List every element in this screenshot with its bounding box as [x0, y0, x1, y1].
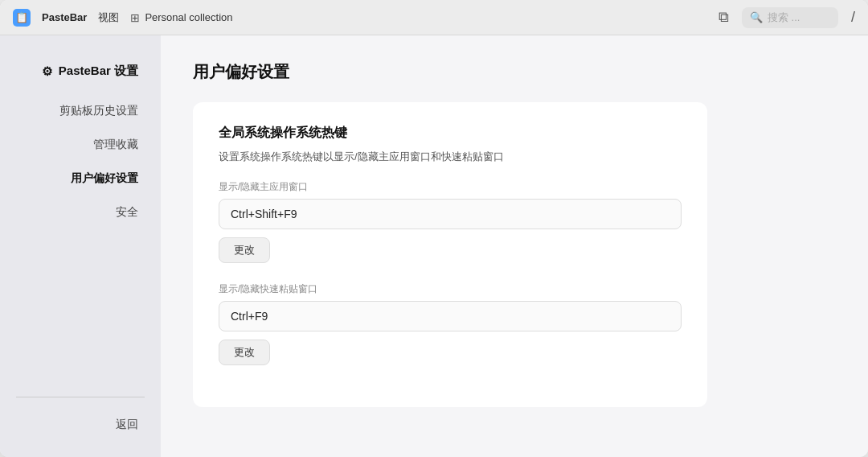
app-logo-icon: 📋 [13, 9, 31, 27]
hotkey1-input[interactable] [219, 199, 682, 229]
content-area: 用户偏好设置 全局系统操作系统热键 设置系统操作系统热键以显示/隐藏主应用窗口和… [161, 35, 868, 457]
settings-card: 全局系统操作系统热键 设置系统操作系统热键以显示/隐藏主应用窗口和快速粘贴窗口 … [193, 102, 707, 407]
gear-icon: ⚙ [42, 64, 52, 79]
sidebar-item-manage-collection-label: 管理收藏 [93, 138, 138, 152]
search-placeholder-text: 搜索 ... [768, 10, 800, 25]
sidebar-item-clipboard-history-label: 剪贴板历史设置 [59, 104, 138, 118]
sidebar: ⚙ PasteBar 设置 剪贴板历史设置 管理收藏 用户偏好设置 安全 返回 [0, 35, 161, 457]
sidebar-title-label: PasteBar 设置 [59, 64, 138, 79]
collection-icon: ⊞ [130, 11, 140, 24]
sidebar-item-security-label: 安全 [116, 205, 138, 220]
sidebar-item-clipboard-history[interactable]: 剪贴板历史设置 [6, 96, 154, 126]
titlebar-right: ⧉ 🔍 搜索 ... / [719, 7, 855, 28]
search-box[interactable]: 🔍 搜索 ... [742, 7, 838, 28]
sidebar-item-security[interactable]: 安全 [6, 197, 154, 228]
card-section-title: 全局系统操作系统热键 [219, 125, 682, 142]
sidebar-title[interactable]: ⚙ PasteBar 设置 [6, 56, 154, 87]
titlebar: 📋 PasteBar 视图 ⊞ Personal collection ⧉ 🔍 … [0, 0, 868, 35]
more-icon[interactable]: / [851, 9, 855, 26]
page-title: 用户偏好设置 [193, 61, 836, 83]
hotkey1-label: 显示/隐藏主应用窗口 [219, 180, 682, 194]
hotkey-group-2: 显示/隐藏快速粘贴窗口 更改 [219, 282, 682, 365]
collection-nav[interactable]: ⊞ Personal collection [130, 11, 232, 24]
sidebar-divider [16, 397, 145, 397]
hotkey1-change-button[interactable]: 更改 [219, 237, 270, 263]
app-window: 📋 PasteBar 视图 ⊞ Personal collection ⧉ 🔍 … [0, 0, 868, 457]
view-menu[interactable]: 视图 [98, 10, 119, 25]
clipboard-toggle-icon[interactable]: ⧉ [719, 9, 729, 26]
sidebar-back-button[interactable]: 返回 [6, 410, 154, 440]
hotkey2-label: 显示/隐藏快速粘贴窗口 [219, 282, 682, 296]
app-name-label: PasteBar [42, 11, 87, 23]
main-layout: ⚙ PasteBar 设置 剪贴板历史设置 管理收藏 用户偏好设置 安全 返回 [0, 35, 868, 457]
sidebar-item-user-preferences[interactable]: 用户偏好设置 [6, 163, 154, 194]
hotkey-group-1: 显示/隐藏主应用窗口 更改 [219, 180, 682, 263]
card-section-desc: 设置系统操作系统热键以显示/隐藏主应用窗口和快速粘贴窗口 [219, 150, 682, 164]
back-label: 返回 [116, 418, 138, 430]
hotkey2-change-button[interactable]: 更改 [219, 340, 270, 365]
sidebar-nav: ⚙ PasteBar 设置 剪贴板历史设置 管理收藏 用户偏好设置 安全 [0, 55, 161, 385]
sidebar-item-user-preferences-label: 用户偏好设置 [71, 171, 138, 186]
titlebar-left: 📋 PasteBar 视图 ⊞ Personal collection [13, 9, 233, 27]
sidebar-item-manage-collection[interactable]: 管理收藏 [6, 130, 154, 160]
collection-label: Personal collection [145, 11, 232, 23]
search-icon: 🔍 [750, 11, 763, 23]
hotkey2-input[interactable] [219, 301, 682, 331]
